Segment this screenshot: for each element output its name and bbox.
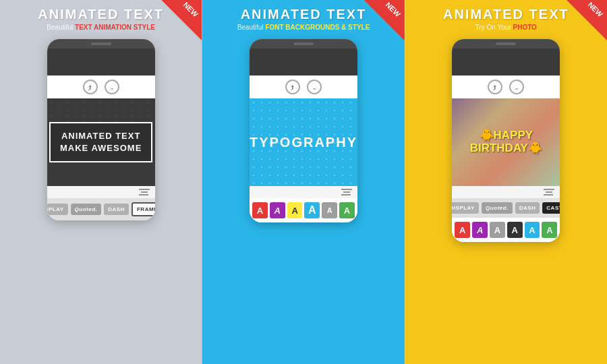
phone-2-content: TYPOGRAPHY (250, 98, 357, 186)
share-icon-3[interactable]: ⮭ (488, 80, 502, 94)
phone-1-top (47, 49, 155, 75)
panel-3-subtitle: Try On Your PHOTO (405, 24, 607, 31)
phone-1-content: ANIMATED TEXT MAKE AWESOME (47, 98, 155, 186)
style-quoted-3[interactable]: Quoted. (482, 202, 513, 214)
phone-3-controls: ⮭ ⌄ (452, 75, 560, 98)
panel-2-phone: ⮭ ⌄ TYPOGRAPHY A A A A A A (250, 39, 357, 222)
phone-3-speaker (496, 42, 516, 45)
font-btn-3-b[interactable]: A (472, 222, 488, 238)
chevron-down-icon-3[interactable]: ⌄ (509, 80, 524, 94)
panel-1-phone: ⮭ ⌄ ANIMATED TEXT MAKE AWESOME (47, 39, 155, 220)
font-btn-small[interactable]: A (322, 202, 337, 218)
phone-1-settings (47, 186, 155, 198)
style-quoted[interactable]: Quoted. (71, 204, 102, 215)
chevron-down-icon[interactable]: ⌄ (105, 80, 119, 94)
font-btn-3-a[interactable]: A (455, 222, 470, 238)
phone-3-font-bar: A A A A A A (452, 218, 560, 242)
panel-1-phone-container: ⮭ ⌄ ANIMATED TEXT MAKE AWESOME (0, 34, 202, 364)
panel-3-phone: ⮭ ⌄ 🐥HAPPY BIRTHDAY🐥 DISPLAY Quote (452, 39, 560, 242)
phone-1-controls: ⮭ ⌄ (47, 75, 155, 98)
phone-3-settings (452, 186, 560, 198)
phone-1-style-bar: DISPLAY Quoted. DASH FRAMED (47, 198, 155, 220)
style-display[interactable]: DISPLAY (47, 204, 68, 215)
birthday-text: 🐥HAPPY BIRTHDAY🐥 (470, 129, 542, 154)
phone-2-controls: ⮭ ⌄ (250, 75, 357, 98)
phone-2-speaker (293, 42, 314, 45)
panel-2-subtitle: Beautiful FONT BACKGROUNDS & STYLE (202, 24, 404, 31)
font-btn-3-e[interactable]: A (525, 222, 540, 238)
panel-1-subtitle: Beautiful TEXT ANIMATION STYLE (0, 24, 202, 31)
phone-2-font-bar: A A A A A A (250, 198, 357, 222)
settings-sliders-icon[interactable] (139, 189, 150, 195)
phone-2-settings (250, 186, 357, 198)
panel-animated-text-photo: NEW ANIMATED TEXT Try On Your PHOTO ⮭ ⌄ … (405, 0, 607, 364)
panel-2-phone-container: ⮭ ⌄ TYPOGRAPHY A A A A A A (202, 34, 404, 364)
phone-2-top (250, 49, 357, 75)
phone-2-speaker-bar (250, 39, 357, 49)
font-btn-3-d[interactable]: A (507, 222, 523, 238)
style-display-3[interactable]: DISPLAY (452, 202, 479, 214)
style-dash-3[interactable]: DASH (515, 202, 540, 214)
animated-text-box: ANIMATED TEXT MAKE AWESOME (49, 122, 152, 162)
phone-1-speaker-bar (47, 39, 155, 49)
phone-3-top (452, 49, 560, 75)
birthday-line2: BIRTHDAY🐥 (470, 142, 542, 155)
font-btn-3-f[interactable]: A (542, 222, 557, 238)
font-btn-serif[interactable]: A (252, 202, 268, 218)
share-icon-2[interactable]: ⮭ (285, 80, 300, 94)
settings-sliders-icon-2[interactable] (341, 189, 352, 195)
style-dash[interactable]: DASH (104, 204, 129, 215)
font-btn-italic[interactable]: A (270, 202, 285, 218)
font-btn-3-c[interactable]: A (490, 222, 505, 238)
phone-1-speaker (91, 42, 111, 45)
style-cast-3[interactable]: CAST (542, 202, 560, 214)
settings-sliders-icon-3[interactable] (544, 189, 554, 195)
panel-animated-text-style: NEW ANIMATED TEXT Beautiful TEXT ANIMATI… (0, 0, 202, 364)
share-icon[interactable]: ⮭ (83, 80, 98, 94)
phone-3-style-bar: DISPLAY Quoted. DASH CAST (452, 198, 560, 218)
phone-3-speaker-bar (452, 39, 560, 49)
chevron-down-icon-2[interactable]: ⌄ (307, 80, 322, 94)
font-btn-display[interactable]: A (287, 202, 303, 218)
font-btn-round[interactable]: A (339, 202, 355, 218)
phone-3-content: 🐥HAPPY BIRTHDAY🐥 (452, 98, 560, 186)
font-btn-active[interactable]: A (304, 202, 320, 218)
style-framed[interactable]: FRAMED (132, 202, 155, 216)
panel-3-phone-container: ⮭ ⌄ 🐥HAPPY BIRTHDAY🐥 DISPLAY Quote (405, 34, 607, 364)
birthday-line1: 🐥HAPPY (470, 129, 542, 142)
panel-animated-text-font: NEW ANIMATED TEXT Beautiful FONT BACKGRO… (202, 0, 404, 364)
typography-text: TYPOGRAPHY (250, 135, 357, 150)
